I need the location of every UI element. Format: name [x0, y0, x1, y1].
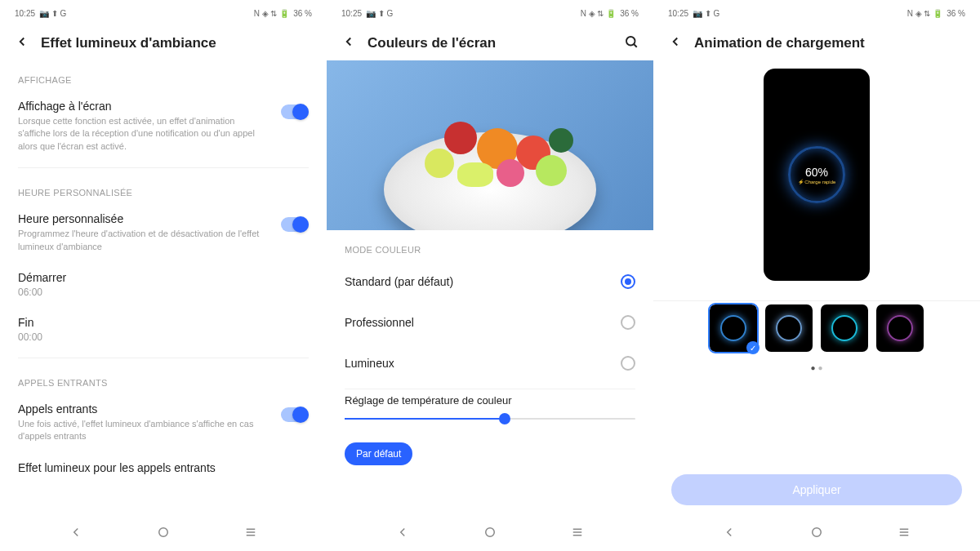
page-indicator: ● ● [653, 352, 980, 384]
status-icons-right: N ◈ ⇅ 🔋 [907, 9, 943, 18]
status-bar: 10:25 📷 ⬆ G N ◈ ⇅ 🔋 36 % [653, 3, 980, 23]
charge-ring-icon: 60% ⚡ Charge rapide [788, 146, 845, 203]
section-color-mode: MODE COULEUR [327, 230, 653, 261]
row-title: Démarrer [18, 271, 296, 284]
status-icons-left: 📷 ⬆ G [693, 9, 719, 18]
status-icons-left: 📷 ⬆ G [39, 9, 66, 18]
section-affichage: AFFICHAGE [0, 60, 327, 91]
animation-preview: 60% ⚡ Charge rapide [764, 69, 870, 281]
row-title: Fin [18, 316, 296, 329]
row-screen-display[interactable]: Affichage à l'écran Lorsque cette foncti… [0, 91, 327, 162]
animation-option-1[interactable]: ✓ [710, 304, 757, 352]
toggle-incoming-calls[interactable] [281, 407, 309, 422]
row-incoming-calls[interactable]: Appels entrants Une fois activé, l'effet… [0, 394, 327, 453]
row-desc: Lorsque cette fonction est activée, un e… [18, 115, 268, 153]
row-desc: Programmez l'heure d'activation et de dé… [18, 228, 268, 253]
status-icons-right: N ◈ ⇅ 🔋 [581, 9, 617, 18]
status-time: 10:25 [668, 9, 688, 18]
svg-point-0 [159, 528, 168, 537]
header: Couleurs de l'écran [327, 23, 653, 60]
apply-button[interactable]: Appliquer [671, 474, 962, 505]
nav-back-icon[interactable] [722, 525, 737, 543]
status-icons-left: 📷 ⬆ G [366, 9, 393, 18]
checkmark-icon: ✓ [746, 341, 760, 354]
nav-back-icon[interactable] [69, 525, 83, 543]
row-title: Appels entrants [18, 402, 268, 415]
screen-charging-animation: 10:25 📷 ⬆ G N ◈ ⇅ 🔋 36 % Animation de ch… [653, 0, 980, 551]
nav-bar [653, 517, 980, 551]
option-label: Professionnel [345, 316, 414, 329]
row-start-time[interactable]: Démarrer 06:00 [0, 263, 327, 308]
option-label: Standard (par défaut) [345, 275, 453, 288]
row-end-time[interactable]: Fin 00:00 [0, 308, 327, 353]
header: Animation de chargement [653, 23, 980, 60]
svg-point-10 [813, 528, 822, 537]
status-time: 10:25 [15, 9, 35, 18]
status-bar: 10:25 📷 ⬆ G N ◈ ⇅ 🔋 36 % [0, 3, 327, 23]
status-battery: 36 % [620, 9, 639, 18]
toggle-custom-time[interactable] [281, 217, 309, 232]
svg-point-4 [626, 37, 635, 46]
status-battery: 36 % [293, 9, 312, 18]
page-title: Effet lumineux d'ambiance [41, 35, 312, 51]
option-standard[interactable]: Standard (par défaut) [327, 261, 653, 302]
animation-option-4[interactable] [876, 304, 924, 352]
option-luminous[interactable]: Lumineux [327, 343, 653, 384]
animation-option-2[interactable] [765, 304, 813, 352]
divider [653, 300, 980, 301]
option-professional[interactable]: Professionnel [327, 302, 653, 343]
nav-home-icon[interactable] [809, 525, 824, 543]
header: Effet lumineux d'ambiance [0, 23, 327, 60]
divider [18, 358, 309, 358]
nav-home-icon[interactable] [156, 525, 171, 543]
row-title: Effet lumineux pour les appels entrants [18, 461, 296, 474]
nav-bar [327, 517, 653, 551]
row-custom-time[interactable]: Heure personnalisée Programmez l'heure d… [0, 204, 327, 263]
color-temp-slider[interactable] [345, 418, 635, 420]
divider [18, 167, 309, 168]
toggle-screen-display[interactable] [281, 104, 309, 119]
svg-point-6 [486, 528, 495, 537]
nav-back-icon[interactable] [395, 525, 410, 543]
radio-icon[interactable] [621, 315, 635, 330]
svg-line-5 [634, 44, 637, 47]
animation-option-3[interactable] [821, 304, 868, 352]
charge-sublabel: ⚡ Charge rapide [798, 179, 836, 184]
row-title: Affichage à l'écran [18, 100, 268, 113]
nav-bar [0, 517, 327, 551]
row-value: 00:00 [18, 331, 296, 343]
back-icon[interactable] [15, 34, 29, 52]
screen-ambient-light: 10:25 📷 ⬆ G N ◈ ⇅ 🔋 36 % Effet lumineux … [0, 0, 327, 551]
section-custom-time: HEURE PERSONNALISÉE [0, 173, 327, 204]
divider [345, 389, 635, 389]
back-icon[interactable] [341, 34, 356, 52]
nav-recent-icon[interactable] [897, 525, 911, 543]
nav-home-icon[interactable] [483, 525, 497, 543]
animation-thumbnails: ✓ [653, 304, 980, 352]
slider-label: Réglage de température de couleur [345, 394, 635, 407]
preview-image [327, 60, 653, 230]
row-title: Heure personnalisée [18, 212, 268, 225]
option-label: Lumineux [345, 357, 394, 370]
row-value: 06:00 [18, 287, 296, 298]
screen-colors: 10:25 📷 ⬆ G N ◈ ⇅ 🔋 36 % Couleurs de l'é… [327, 0, 653, 551]
radio-icon[interactable] [621, 356, 635, 371]
status-bar: 10:25 📷 ⬆ G N ◈ ⇅ 🔋 36 % [327, 3, 653, 23]
nav-recent-icon[interactable] [570, 525, 585, 543]
status-battery: 36 % [947, 9, 965, 18]
default-button[interactable]: Par défaut [345, 442, 412, 465]
radio-icon[interactable] [621, 274, 635, 289]
status-icons-right: N ◈ ⇅ 🔋 [254, 9, 290, 18]
page-title: Animation de chargement [694, 35, 965, 51]
nav-recent-icon[interactable] [243, 525, 258, 543]
page-title: Couleurs de l'écran [368, 35, 612, 51]
search-icon[interactable] [624, 34, 639, 52]
row-desc: Une fois activé, l'effet lumineux d'ambi… [18, 418, 268, 443]
charge-percent: 60% [805, 166, 828, 179]
back-icon[interactable] [668, 34, 683, 52]
row-incoming-effect[interactable]: Effet lumineux pour les appels entrants [0, 453, 327, 487]
status-time: 10:25 [341, 9, 362, 18]
section-incoming-calls: APPELS ENTRANTS [0, 363, 327, 394]
